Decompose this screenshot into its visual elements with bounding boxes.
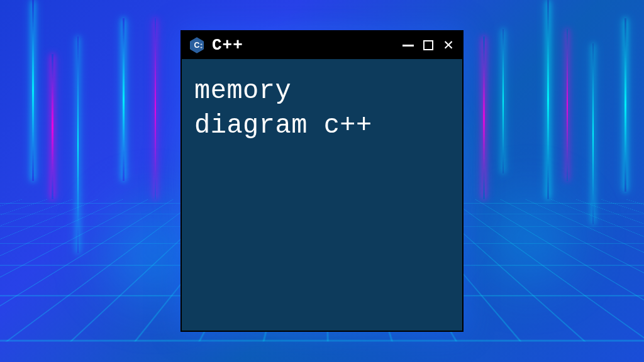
titlebar-left-group: C + + C++ — [188, 36, 243, 55]
window-title: C++ — [212, 36, 243, 55]
terminal-content-area[interactable]: memory diagram c++ — [182, 59, 462, 331]
terminal-window: C + + C++ ✕ memory diagram c++ — [180, 30, 464, 332]
window-controls-group: ✕ — [401, 38, 456, 53]
window-titlebar[interactable]: C + + C++ ✕ — [182, 31, 462, 59]
svg-text:C: C — [194, 41, 200, 50]
maximize-icon — [423, 40, 433, 50]
glow-decoration — [479, 189, 580, 290]
minimize-icon — [402, 45, 414, 47]
close-icon: ✕ — [443, 37, 453, 53]
minimize-button[interactable] — [401, 38, 416, 53]
svg-text:+: + — [200, 45, 203, 49]
maximize-button[interactable] — [421, 38, 436, 53]
terminal-text: memory diagram c++ — [194, 74, 450, 143]
terminal-line-2: diagram c++ — [194, 109, 450, 143]
close-button[interactable]: ✕ — [441, 38, 456, 53]
cpp-logo-icon: C + + — [188, 36, 206, 54]
terminal-line-1: memory — [194, 74, 450, 109]
